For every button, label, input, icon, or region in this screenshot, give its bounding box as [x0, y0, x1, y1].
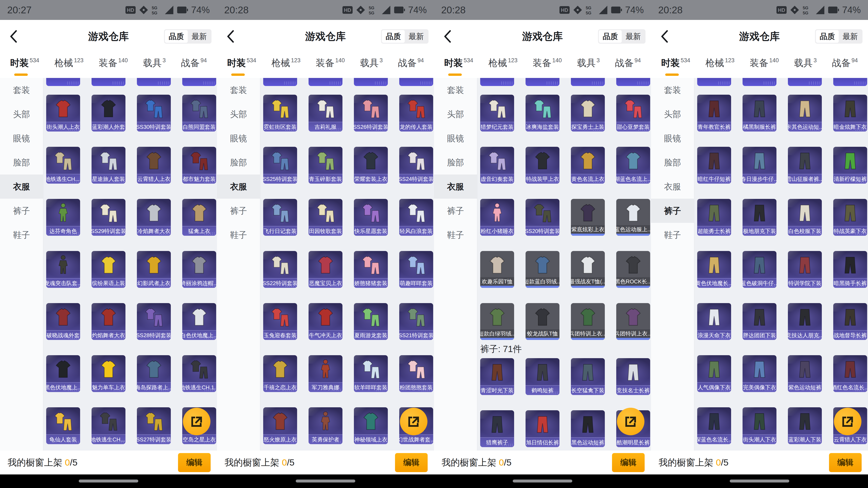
- item-tile[interactable]: 幻影武者上衣: [137, 251, 171, 288]
- item-tile[interactable]: 卡其色运动短...: [788, 95, 822, 132]
- sidebar-item-脸部[interactable]: 脸部: [0, 151, 43, 174]
- edit-button[interactable]: 编辑: [612, 453, 645, 472]
- item-tile[interactable]: 浪漫天命下衣: [697, 303, 731, 340]
- item-tile[interactable]: 白色伏地魔上...: [182, 303, 216, 340]
- item-tile[interactable]: 短款蓝白羽绒...: [526, 251, 559, 288]
- sort-latest-button[interactable]: 最新: [405, 30, 428, 43]
- item-tile[interactable]: 灼焰舞者大衣: [92, 303, 125, 340]
- sidebar-item-套装[interactable]: 套装: [434, 78, 477, 102]
- item-tile[interactable]: 青涩时光下装: [480, 358, 514, 395]
- item-tile[interactable]: 兵团特训上衣...: [571, 303, 605, 340]
- tab-时装[interactable]: 时装534: [227, 53, 256, 78]
- item-tile[interactable]: 暗红牛仔短裤: [697, 147, 731, 184]
- sidebar-item-裤子[interactable]: 裤子: [217, 199, 260, 223]
- item-tile[interactable]: SS28特训套装: [137, 303, 171, 340]
- cutoff-tile[interactable]: [309, 78, 342, 86]
- item-tile[interactable]: 极地朋克下装: [743, 199, 776, 236]
- item-tile[interactable]: 猛禽上衣: [182, 199, 216, 236]
- cutoff-tile[interactable]: [788, 78, 822, 86]
- item-tile[interactable]: 青年教官长裤: [697, 95, 731, 132]
- item-tile[interactable]: 暗黑骑手长裤: [833, 251, 867, 288]
- sidebar-item-脸部[interactable]: 脸部: [217, 151, 260, 174]
- share-button[interactable]: [617, 408, 645, 435]
- sort-latest-button[interactable]: 最新: [188, 30, 211, 43]
- item-tile[interactable]: 人气偶像下衣: [697, 355, 731, 392]
- item-tile[interactable]: 猎梦纪元套装: [480, 95, 514, 132]
- item-tile[interactable]: 完美偶像下衣: [743, 355, 776, 392]
- item-tile[interactable]: 龙的传人套装: [399, 95, 433, 132]
- cutoff-tile[interactable]: [697, 78, 731, 86]
- item-tile[interactable]: 荣耀套装上衣: [354, 147, 388, 184]
- gesture-pill[interactable]: [513, 480, 572, 483]
- item-tile[interactable]: 千禧之恋上衣: [263, 355, 297, 392]
- sidebar-item-眼镜[interactable]: 眼镜: [0, 126, 43, 151]
- cutoff-tile[interactable]: [743, 78, 776, 86]
- tab-战备[interactable]: 战备94: [615, 53, 641, 78]
- sidebar-item-脸部[interactable]: 脸部: [434, 151, 477, 174]
- item-tile[interactable]: 蛟龙战队T恤: [526, 303, 559, 340]
- item-tile[interactable]: SS30特训套装: [137, 95, 171, 132]
- tab-装备[interactable]: 装备140: [99, 53, 128, 78]
- item-tile[interactable]: 都市魅力套装: [182, 147, 216, 184]
- sidebar-item-头部[interactable]: 头部: [434, 102, 477, 126]
- sidebar-item-鞋子[interactable]: 鞋子: [651, 223, 694, 247]
- cutoff-tile[interactable]: [46, 78, 80, 86]
- item-tile[interactable]: 粉红小猪睡衣: [480, 199, 514, 236]
- sidebar-item-衣服[interactable]: 衣服: [434, 174, 477, 199]
- item-tile[interactable]: 蓝色破洞牛仔...: [743, 251, 776, 288]
- item-tile[interactable]: 猎鹰裤子: [480, 410, 514, 447]
- cutoff-tile[interactable]: [833, 78, 867, 86]
- cutoff-tile[interactable]: [354, 78, 388, 86]
- sidebar-item-裤子[interactable]: 裤子: [434, 199, 477, 223]
- item-tile[interactable]: 欢趣乐园T恤: [480, 251, 514, 288]
- item-tile[interactable]: 粉团憨憨套装: [399, 355, 433, 392]
- item-tile[interactable]: 萌趣咩咩套装: [399, 251, 433, 288]
- item-tile[interactable]: 霓虹街区套装: [263, 95, 297, 132]
- item-tile[interactable]: 军刀雅典娜: [309, 355, 342, 392]
- item-tile[interactable]: 软羊咩咩套装: [354, 355, 388, 392]
- share-button[interactable]: [183, 408, 211, 435]
- cutoff-tile[interactable]: [399, 78, 433, 86]
- item-tile[interactable]: 地铁逃生CH.1...: [182, 355, 216, 392]
- item-tile[interactable]: 春日漫步牛仔...: [743, 147, 776, 184]
- item-tile[interactable]: SS29特训套装: [92, 199, 125, 236]
- item-tile[interactable]: 胖达团团下装: [743, 303, 776, 340]
- cutoff-tile[interactable]: [182, 78, 216, 86]
- item-tile[interactable]: 紫底炫彩上衣: [571, 199, 605, 236]
- sort-quality-button[interactable]: 品质: [599, 30, 622, 43]
- sort-quality-button[interactable]: 品质: [816, 30, 839, 43]
- sidebar-item-套装[interactable]: 套装: [651, 78, 694, 102]
- cutoff-tile[interactable]: [616, 78, 650, 86]
- tab-枪械[interactable]: 枪械123: [489, 53, 518, 78]
- cutoff-tile[interactable]: [137, 78, 171, 86]
- sidebar-item-头部[interactable]: 头部: [651, 102, 694, 126]
- item-tile[interactable]: 兵团特训上衣...: [616, 303, 650, 340]
- item-tile[interactable]: 地铁逃生CH....: [46, 147, 80, 184]
- item-tile[interactable]: 湖蓝色名流上...: [616, 147, 650, 184]
- item-tile[interactable]: 黄色伏地魔长...: [697, 251, 731, 288]
- item-tile[interactable]: 长空猛禽下装: [571, 358, 605, 395]
- item-tile[interactable]: 橘黑制服长裤: [743, 95, 776, 132]
- tab-时装[interactable]: 时装534: [444, 53, 473, 78]
- item-tile[interactable]: 黑色伏地魔上...: [46, 355, 80, 392]
- item-tile[interactable]: 夏雨游龙套装: [354, 303, 388, 340]
- sidebar-item-眼镜[interactable]: 眼镜: [217, 126, 260, 151]
- item-tile[interactable]: 竞技名士长裤: [616, 358, 650, 395]
- tab-战备[interactable]: 战备94: [398, 53, 424, 78]
- item-tile[interactable]: 竞技达人朋克...: [788, 303, 822, 340]
- item-tile[interactable]: SS24特训套装: [399, 147, 433, 184]
- item-tile[interactable]: 虚音幻奏套装: [480, 147, 514, 184]
- item-tile[interactable]: SS25特训套装: [263, 147, 297, 184]
- item-tile[interactable]: 超能勇士长裤: [697, 199, 731, 236]
- item-tile[interactable]: SS26特训套装: [354, 95, 388, 132]
- tab-枪械[interactable]: 枪械123: [706, 53, 735, 78]
- tab-枪械[interactable]: 枪械123: [272, 53, 301, 78]
- item-tile[interactable]: 特战英豪下衣: [833, 199, 867, 236]
- item-tile[interactable]: SS21特训套装: [399, 303, 433, 340]
- item-tile[interactable]: 英勇保护者: [309, 407, 342, 444]
- gesture-pill[interactable]: [79, 480, 138, 483]
- tab-时装[interactable]: 时装534: [661, 53, 690, 78]
- sort-latest-button[interactable]: 最新: [622, 30, 645, 43]
- tab-枪械[interactable]: 枪械123: [55, 53, 84, 78]
- item-tile[interactable]: 达芬奇角色: [46, 199, 80, 236]
